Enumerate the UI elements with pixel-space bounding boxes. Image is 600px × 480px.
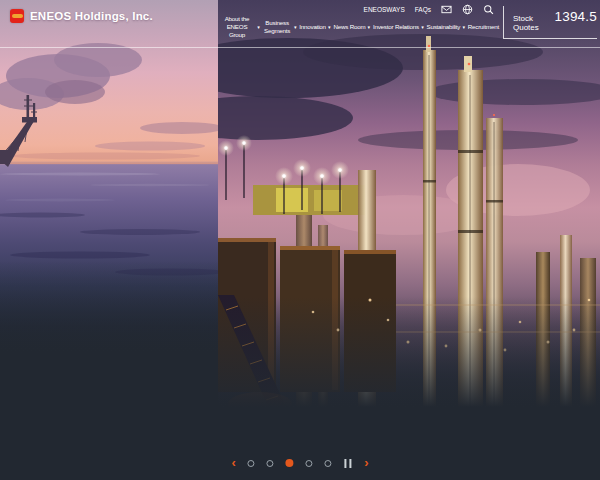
search-icon[interactable]: [483, 4, 494, 15]
nav-label: Sustainability: [427, 23, 461, 31]
nav-label: Recruitment: [468, 23, 499, 31]
nav-label: News Room: [333, 23, 365, 31]
carousel-prev-button[interactable]: ‹: [231, 458, 235, 468]
refinery-art: [218, 0, 600, 424]
carousel-controls: ‹ ›: [231, 458, 368, 468]
brand-logo[interactable]: ENEOS Holdings, Inc.: [10, 9, 153, 23]
globe-icon[interactable]: [462, 4, 473, 15]
nav-item-about-the-eneos-group[interactable]: About the ENEOS Group ▼: [219, 15, 260, 38]
carousel-dot-5[interactable]: [325, 460, 332, 467]
chevron-down-icon: ▼: [293, 25, 297, 29]
hero-slide-refinery: [218, 0, 600, 424]
nav-item-innovation[interactable]: Innovation ▼: [299, 23, 331, 31]
header-divider: [0, 47, 600, 48]
site-header: ENEOS Holdings, Inc. ENEOSWAYS FAQs Abou…: [0, 0, 600, 52]
chevron-down-icon: ▼: [257, 25, 261, 29]
chevron-down-icon: ▼: [367, 25, 371, 29]
chevron-down-icon: ▼: [462, 25, 466, 29]
offshore-platform-art: [0, 0, 218, 362]
nav-label: About the ENEOS Group: [219, 15, 255, 38]
chevron-down-icon: ▼: [327, 25, 331, 29]
nav-item-recruitment[interactable]: Recruitment: [468, 23, 499, 31]
pause-button[interactable]: [344, 459, 353, 468]
nav-item-business-segments[interactable]: Business Segments ▼: [263, 19, 297, 35]
mail-icon[interactable]: [441, 4, 452, 15]
carousel-dot-3[interactable]: [286, 459, 294, 467]
utility-link-eneosways[interactable]: ENEOSWAYS: [364, 6, 405, 13]
carousel-dot-1[interactable]: [248, 460, 255, 467]
nav-item-news-room[interactable]: News Room ▼: [333, 23, 370, 31]
nav-item-sustainability[interactable]: Sustainability ▼: [427, 23, 466, 31]
nav-label: Business Segments: [263, 19, 292, 35]
stock-quotes-label: Stock Quotes: [513, 14, 550, 32]
stock-quotes-value: 1394.5: [555, 9, 598, 24]
utility-nav: ENEOSWAYS FAQs: [364, 4, 494, 15]
chevron-down-icon: ▼: [420, 25, 424, 29]
brand-name: ENEOS Holdings, Inc.: [30, 10, 153, 22]
nav-item-investor-relations[interactable]: Investor Relations ▼: [373, 23, 424, 31]
carousel-dot-4[interactable]: [306, 460, 313, 467]
hero-slide-offshore-platform: [0, 0, 218, 362]
stock-quotes[interactable]: Stock Quotes 1394.5: [503, 6, 597, 39]
carousel-dots: [248, 459, 332, 467]
eneos-logo-icon: [10, 9, 24, 23]
pause-icon: [345, 459, 347, 468]
nav-label: Investor Relations: [373, 23, 419, 31]
main-nav: About the ENEOS Group ▼ Business Segment…: [219, 15, 499, 38]
carousel-next-button[interactable]: ›: [364, 458, 368, 468]
utility-link-faqs[interactable]: FAQs: [415, 6, 431, 13]
pause-icon: [349, 459, 351, 468]
hero-carousel: [0, 0, 600, 480]
carousel-dot-2[interactable]: [267, 460, 274, 467]
nav-label: Innovation: [299, 23, 326, 31]
